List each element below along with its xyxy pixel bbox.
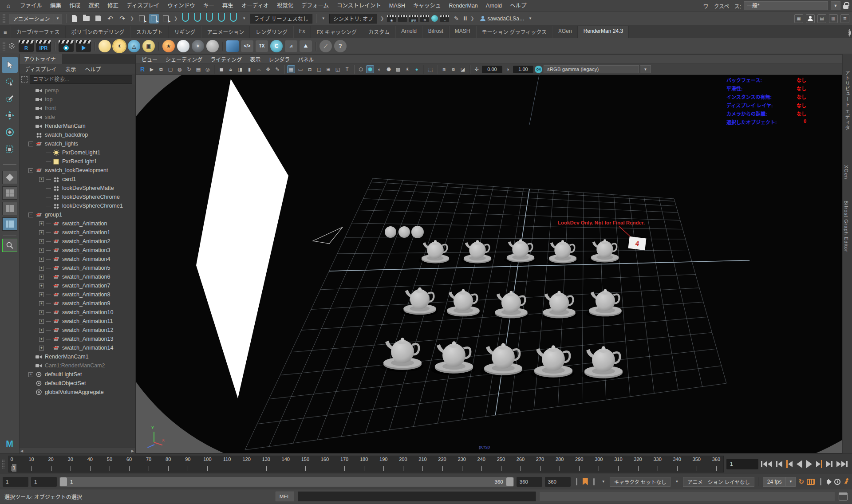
range-start-handle[interactable]	[60, 477, 67, 486]
lookdev-spheres[interactable]	[385, 226, 424, 238]
shelf-tab-9[interactable]: Arnold	[395, 26, 422, 38]
dock-tab-0[interactable]: アトリビュート エディタ	[844, 70, 851, 130]
move-tool-button[interactable]	[2, 107, 18, 123]
time-slider-grip[interactable]	[2, 460, 4, 469]
safe-action-icon[interactable]: ◱	[334, 65, 342, 73]
lookdev-sphere-1[interactable]	[398, 226, 410, 238]
layout-two-pane-button[interactable]	[2, 202, 17, 215]
viewport-menu-5[interactable]: パネル	[298, 55, 314, 63]
shelf-tab-0[interactable]: カーブ/サーフェス	[11, 26, 66, 38]
renderman-render-button[interactable]: R	[19, 40, 34, 52]
live-surface-field[interactable]: ライブ サーフェスなし	[250, 14, 312, 24]
teapot-5[interactable]	[400, 287, 438, 316]
expander-plus[interactable]: +	[28, 372, 33, 377]
select-tool-button[interactable]	[2, 57, 18, 73]
menu-item-11[interactable]: デフォーム	[297, 0, 333, 12]
menu-item-10[interactable]: 視覚化	[272, 0, 297, 12]
workspace-lock-icon[interactable]	[843, 5, 848, 9]
outliner-item-swatch_Animation1[interactable]: +swatch_Animation1	[20, 228, 135, 237]
command-search-input[interactable]: コマンド検索...	[30, 75, 132, 84]
textured-mode-icon[interactable]: ◐	[375, 65, 383, 73]
select-camera-icon[interactable]: ◼	[217, 65, 225, 73]
outliner-item-RenderManCam1[interactable]: RenderManCam1	[20, 352, 135, 361]
paint-select-tool-button[interactable]	[2, 91, 18, 106]
outliner-item-top[interactable]: top	[20, 95, 135, 104]
pxr-domelight-icon[interactable]	[99, 40, 111, 52]
menu-item-4[interactable]: 修正	[103, 0, 122, 12]
isolate-select-icon[interactable]: ⬚	[426, 65, 434, 73]
shelf-tab-7[interactable]: FX キャッシング	[311, 26, 363, 38]
white-card-plane[interactable]	[196, 79, 288, 398]
outliner-menu-0[interactable]: ディスプレイ	[25, 65, 56, 73]
mel-command-input[interactable]	[298, 492, 536, 501]
wireframe-icon[interactable]: ⬡	[357, 65, 365, 73]
viewport-menu-3[interactable]: 表示	[250, 55, 260, 63]
resolution-gate-icon[interactable]: ◘	[306, 65, 314, 73]
pane-layout-icon[interactable]: ⧉	[157, 65, 165, 73]
image-plane-icon[interactable]: ⌓	[255, 65, 263, 73]
shelf-tab-13[interactable]: XGen	[552, 26, 578, 38]
expander-minus[interactable]: −	[28, 142, 33, 146]
archive-box-icon[interactable]	[226, 40, 239, 52]
paint-effects-icon[interactable]: ✎	[451, 14, 461, 24]
outliner-item-swatch_Animation9[interactable]: +swatch_Animation9	[20, 299, 135, 308]
outliner-item-swatch_Animation13[interactable]: +swatch_Animation13	[20, 335, 135, 343]
character-set-dropdown[interactable]: キャラクタ セットなし	[610, 477, 671, 487]
symmetry-field[interactable]: シンメトリ: オフ	[329, 14, 377, 24]
pause-ipr-icon[interactable]: II	[463, 16, 467, 22]
render-sequence-icon[interactable]: ≡	[440, 15, 449, 22]
menu-item-17[interactable]: ヘルプ	[506, 0, 531, 12]
colorspace-dropdown[interactable]: sRGB gamma (legacy)	[544, 65, 639, 73]
audio-mute-icon[interactable]	[827, 479, 832, 485]
open-scene-icon[interactable]	[82, 14, 91, 24]
expander-plus[interactable]: +	[39, 257, 44, 262]
xray-joints-icon[interactable]: ⧇	[450, 65, 458, 73]
step-forward-key-button[interactable]	[816, 460, 822, 468]
renderman-ipr-button[interactable]: IPR	[36, 40, 51, 52]
shelf-menu-icon[interactable]: ≡	[4, 29, 7, 36]
graph-box-icon[interactable]: ⩘	[285, 40, 297, 52]
help-icon[interactable]: ?	[334, 40, 347, 52]
expander-plus[interactable]: +	[39, 239, 44, 244]
grey-sphere-icon[interactable]	[206, 40, 219, 52]
pxr-sunlight-icon[interactable]: ☀	[113, 40, 126, 52]
script-editor-icon[interactable]	[839, 492, 848, 500]
redo-icon[interactable]: ↷	[118, 14, 127, 24]
bookmark-icon[interactable]: ▮	[245, 65, 253, 73]
rotate-tool-button[interactable]	[2, 124, 18, 140]
menu-item-9[interactable]: オーディオ	[237, 0, 273, 12]
expander-plus[interactable]: +	[39, 248, 44, 253]
script-box-icon[interactable]: </>	[241, 40, 253, 52]
playback-speed-icon[interactable]	[834, 479, 840, 485]
sidebar-tool-settings-icon[interactable]: ▥	[829, 14, 838, 23]
play-backwards-button[interactable]	[797, 460, 802, 468]
frame-number-card[interactable]: 4	[628, 236, 646, 250]
outliner-item-lookDevSphereChrome1[interactable]: lookDevSphereChrome1	[20, 201, 135, 210]
snap-grid-icon[interactable]	[181, 14, 190, 24]
range-slider[interactable]: 1 360	[59, 477, 514, 487]
expander-minus[interactable]: −	[28, 168, 33, 173]
bookmark-add-icon[interactable]	[583, 478, 588, 485]
outliner-hscrollbar[interactable]: ◀▶	[20, 448, 135, 453]
outliner-item-defaultLightSet[interactable]: +defaultLightSet	[20, 370, 135, 379]
outliner-item-swatch_Animation4[interactable]: +swatch_Animation4	[20, 255, 135, 264]
layout-outliner-persp-button[interactable]	[2, 217, 17, 231]
pan-zoom-icon[interactable]: ✥	[264, 65, 272, 73]
wrench-icon[interactable]: ⟋	[320, 40, 332, 52]
outliner-item-side[interactable]: side	[20, 113, 135, 122]
viewport-menu-1[interactable]: シェーディング	[166, 55, 202, 63]
color-management-toggle[interactable]: ON	[535, 66, 542, 73]
step-forward-frame-button[interactable]	[826, 461, 832, 467]
current-frame-marker[interactable]: 1	[12, 464, 16, 472]
loop-playback-icon[interactable]: ↻	[798, 478, 804, 486]
outliner-item-swatch_lights[interactable]: −swatch_lights	[20, 139, 135, 148]
sidebar-humanik-icon[interactable]	[806, 14, 815, 23]
shaded-mode-icon[interactable]: ⬢	[366, 65, 374, 73]
shelf-tab-4[interactable]: アニメーション	[201, 26, 250, 38]
expander-plus[interactable]: +	[39, 292, 44, 297]
home-icon[interactable]: ⌂	[4, 2, 13, 9]
menu-item-8[interactable]: 再生	[218, 0, 237, 12]
select-object-icon[interactable]	[149, 14, 159, 24]
step-back-key-button[interactable]	[786, 460, 793, 468]
menu-item-6[interactable]: ウィンドウ	[163, 0, 199, 12]
